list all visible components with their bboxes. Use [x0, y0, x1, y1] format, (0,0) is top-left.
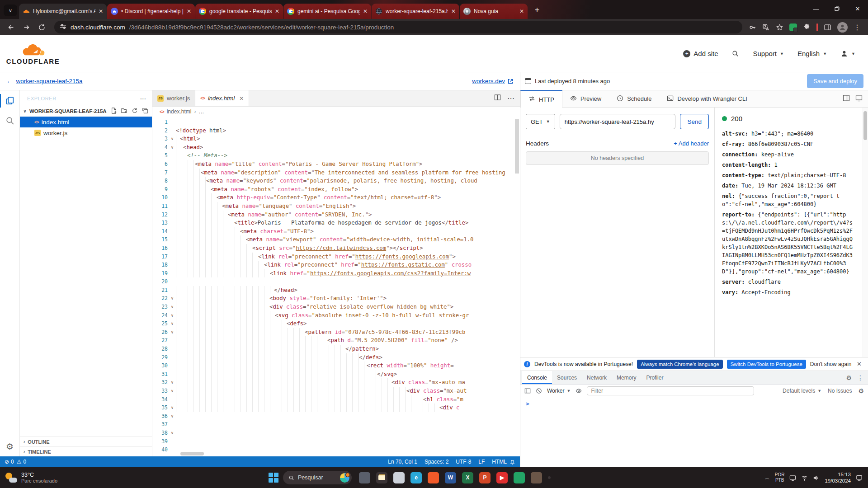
- match-language-button[interactable]: Always match Chrome's language: [637, 360, 723, 369]
- clear-console-icon[interactable]: [536, 388, 542, 394]
- editor-horizontal-scrollbar[interactable]: [180, 452, 204, 455]
- browser-tab[interactable]: google translate - Pesquisa Goo✕: [195, 4, 283, 19]
- devtools-tab-profiler[interactable]: Profiler: [641, 371, 668, 384]
- code-line[interactable]: 38∨: [152, 429, 520, 437]
- method-dropdown[interactable]: GET▼: [526, 114, 555, 129]
- tab-close-icon[interactable]: ✕: [451, 8, 456, 14]
- editor-tab-close-icon[interactable]: ✕: [239, 95, 244, 102]
- panel-tab-develop-with-wrangler-cli[interactable]: Develop with Wrangler CLI: [659, 90, 755, 107]
- breadcrumb[interactable]: <> index.html › …: [152, 107, 520, 117]
- console-output[interactable]: >: [520, 397, 868, 467]
- taskbar-app-gimp[interactable]: [531, 472, 542, 483]
- code-line[interactable]: 6<meta name="title" content="Polaris - G…: [152, 160, 520, 169]
- code-line[interactable]: 29</defs>: [152, 353, 520, 362]
- editor-vertical-scrollbar[interactable]: [515, 119, 519, 174]
- wifi-icon[interactable]: [801, 474, 808, 481]
- window-close-button[interactable]: ✕: [847, 0, 868, 17]
- browser-tab[interactable]: • Discord | #general-help | Clou✕: [107, 4, 195, 19]
- window-minimize-button[interactable]: —: [806, 0, 826, 17]
- display-icon[interactable]: [789, 474, 796, 481]
- taskbar-app-active-wrap[interactable]: [548, 476, 551, 479]
- code-line[interactable]: 9<meta name="robots" content="index, fol…: [152, 185, 520, 194]
- status-item[interactable]: Spaces: 2: [425, 459, 448, 465]
- code-line[interactable]: 17<link rel="preconnect" href="https://f…: [152, 253, 520, 261]
- code-line[interactable]: 7<meta name="description" content="The i…: [152, 169, 520, 177]
- code-line[interactable]: 11<meta name="language" content="English…: [152, 202, 520, 211]
- browser-menu-kebab-icon[interactable]: ⋮: [854, 23, 861, 32]
- browser-tab[interactable]: Hylootsmc@gmail.com's Accou✕: [19, 4, 107, 19]
- profile-avatar[interactable]: [837, 22, 848, 33]
- code-line[interactable]: 35∨<div c: [152, 404, 520, 412]
- status-item[interactable]: UTF-8: [456, 459, 471, 465]
- fold-chevron-icon[interactable]: ∨: [169, 311, 176, 320]
- code-line[interactable]: 5<!-- Meta-->: [152, 151, 520, 160]
- new-file-icon[interactable]: [111, 108, 117, 115]
- editor-tab-index.html[interactable]: <>index.html✕: [195, 90, 249, 106]
- browser-tab[interactable]: gemini ai - Pesquisa Google✕: [283, 4, 371, 19]
- dont-show-again-link[interactable]: Don't show again: [810, 361, 852, 367]
- address-bar[interactable]: dash.cloudflare.com/3d646bd88b19d3f9bc9e…: [54, 21, 742, 33]
- volume-icon[interactable]: [813, 474, 820, 481]
- devtools-tab-console[interactable]: Console: [522, 371, 552, 384]
- translate-icon[interactable]: [762, 23, 770, 31]
- back-to-worker-link[interactable]: ← worker-square-leaf-215a: [6, 78, 83, 84]
- fold-chevron-icon[interactable]: ∨: [169, 294, 176, 303]
- code-line[interactable]: 3∨<html>: [152, 135, 520, 143]
- context-dropdown[interactable]: Worker▼: [547, 388, 571, 394]
- code-line[interactable]: 14<meta charset="UTF-8">: [152, 227, 520, 236]
- code-line[interactable]: 18<link rel="preconnect" href="https://f…: [152, 261, 520, 269]
- fold-chevron-icon[interactable]: ∨: [169, 303, 176, 311]
- new-tab-button[interactable]: +: [531, 4, 543, 16]
- panel-tab-preview[interactable]: Preview: [562, 90, 609, 107]
- save-and-deploy-button[interactable]: Save and deploy: [807, 74, 863, 88]
- status-item[interactable]: Ln 70, Col 1: [388, 459, 417, 465]
- back-icon[interactable]: [5, 21, 17, 33]
- tab-close-icon[interactable]: ✕: [363, 8, 368, 14]
- code-line[interactable]: 23∨<div class="relative isolate overflow…: [152, 303, 520, 311]
- explorer-more-icon[interactable]: ⋯: [140, 95, 146, 102]
- eye-icon[interactable]: [576, 388, 582, 394]
- account-menu[interactable]: ▼: [840, 50, 855, 57]
- fold-chevron-icon[interactable]: ∨: [169, 143, 176, 152]
- password-key-icon[interactable]: [749, 23, 756, 31]
- code-line[interactable]: 24∨<svg class="absolute inset-0 -z-10 h-…: [152, 311, 520, 320]
- status-item[interactable]: HTML: [492, 459, 507, 465]
- taskbar-app-youtube[interactable]: ▶: [496, 472, 508, 483]
- tab-search-button[interactable]: ∨: [4, 5, 17, 16]
- code-line[interactable]: 25∨<defs>: [152, 319, 520, 328]
- code-line[interactable]: 13<title>Polaris - Plataforma de hospeda…: [152, 219, 520, 227]
- taskbar-app-brave[interactable]: [428, 472, 439, 483]
- taskbar-search[interactable]: Pesquisar: [283, 471, 352, 484]
- code-line[interactable]: 30<rect width="100%" height=: [152, 361, 520, 370]
- panel-tab-schedule[interactable]: Schedule: [609, 90, 659, 107]
- outline-section[interactable]: ›OUTLINE: [20, 436, 152, 446]
- code-line[interactable]: 31</svg>: [152, 370, 520, 379]
- response-scrollbar[interactable]: [863, 111, 867, 140]
- new-folder-icon[interactable]: [121, 108, 127, 115]
- sidebar-panel-icon[interactable]: [824, 23, 831, 31]
- taskbar-app-excel[interactable]: X: [462, 472, 473, 483]
- code-line[interactable]: 21</head>: [152, 286, 520, 295]
- search-icon[interactable]: [0, 116, 19, 126]
- fold-chevron-icon[interactable]: ∨: [169, 378, 176, 387]
- devtools-tab-network[interactable]: Network: [582, 371, 612, 384]
- code-line[interactable]: 28</pattern>: [152, 345, 520, 353]
- log-levels-dropdown[interactable]: Default levels▼: [783, 388, 821, 394]
- code-line[interactable]: 19<link href="https://fonts.googleapis.c…: [152, 269, 520, 278]
- devtools-notice-close-icon[interactable]: ✕: [857, 361, 864, 367]
- bookmark-star-icon[interactable]: [776, 23, 783, 31]
- file-item-worker.js[interactable]: JSworker.js: [20, 127, 152, 138]
- taskbar-app-task-view[interactable]: [359, 472, 370, 483]
- collapse-all-icon[interactable]: [142, 108, 148, 115]
- extensions-puzzle-icon[interactable]: [803, 23, 811, 31]
- panel-screen-icon[interactable]: [855, 94, 863, 103]
- language-menu[interactable]: English▼: [797, 50, 827, 57]
- status-item[interactable]: LF: [478, 459, 485, 465]
- code-line[interactable]: 40: [152, 446, 520, 454]
- settings-gear-icon[interactable]: ⚙: [6, 441, 14, 452]
- language-indicator[interactable]: PORPTB: [775, 472, 785, 483]
- code-line[interactable]: 34<h1 class="m: [152, 395, 520, 404]
- taskbar-app-sheets[interactable]: [514, 472, 525, 483]
- fold-chevron-icon[interactable]: ∨: [169, 319, 176, 328]
- hidden-icons-caret[interactable]: ︿: [765, 474, 770, 481]
